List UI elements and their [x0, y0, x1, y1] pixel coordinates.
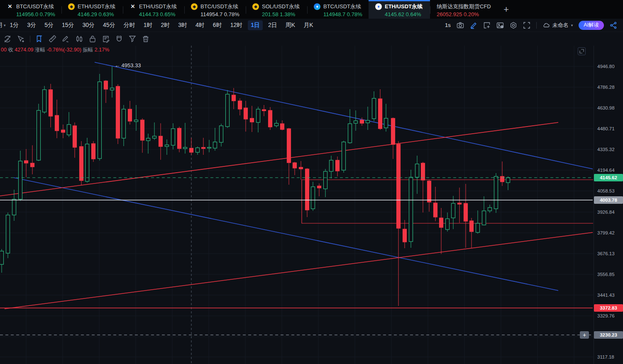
candle-body	[269, 110, 272, 127]
image-badge-icon[interactable]	[496, 22, 504, 29]
timeframe-30分[interactable]: 30分	[80, 20, 98, 30]
timeframe-menu[interactable]: 月 ▾	[0, 22, 6, 29]
candle-body	[110, 88, 114, 90]
tab-symbol-name: ETH/USDT永续	[385, 3, 423, 10]
timeframe-2时[interactable]: 2时	[158, 20, 173, 30]
add-symbol-tab-button[interactable]: +	[497, 0, 516, 19]
pencil-icon[interactable]	[470, 22, 477, 29]
pencil-wave-icon[interactable]	[62, 35, 70, 43]
timeframe-5分[interactable]: 5分	[42, 20, 56, 30]
candle-body	[501, 176, 504, 182]
lock-icon[interactable]	[88, 35, 97, 43]
tab-symbol-name: BTC/USDT永续	[200, 3, 238, 10]
symbol-tab-3[interactable]: ✕ETH/USDT永续4144.73 0.65%	[123, 0, 184, 19]
candle-body	[37, 110, 41, 160]
timeframe-分时[interactable]: 分时	[121, 20, 138, 30]
cycle-edit-icon[interactable]	[3, 35, 12, 43]
doc-edit-icon[interactable]	[102, 35, 110, 43]
candle-body	[348, 124, 352, 143]
ai-analysis-button[interactable]: AI解读	[579, 21, 604, 30]
price-tag-slate[interactable]: 3230.23	[594, 331, 623, 339]
ohlc-label: 涨幅	[34, 47, 47, 53]
ruler-icon[interactable]	[49, 35, 57, 43]
tab-symbol-name: ETH/USDT永续	[139, 3, 177, 10]
chevron-down-icon: ▾	[571, 23, 573, 27]
symbol-tab-6[interactable]: ♦BTC/USDT永续114948.7 0.78%	[307, 0, 369, 19]
axis-tick: 3329.76	[597, 313, 615, 318]
price-tag-red[interactable]: 3372.83	[594, 304, 623, 312]
symbol-tab-7[interactable]: ♦ETH/USDT永续4145.62 0.64%	[369, 0, 430, 19]
candle-body	[55, 115, 59, 131]
price-axis[interactable]: 4946.804786.284630.984480.714335.324194.…	[594, 46, 623, 364]
timeframe-list: 1分3分5分15分30分45分分时1时2时3时4时6时12时1日2日周K月K	[6, 20, 318, 30]
chart-canvas[interactable]	[0, 46, 594, 364]
funnel-icon[interactable]	[128, 35, 137, 43]
candle-body	[281, 124, 284, 129]
candle-body	[403, 229, 407, 242]
timeframe-45分[interactable]: 45分	[100, 20, 118, 30]
candle-body	[147, 138, 150, 141]
symbol-tab-1[interactable]: ✕BTC/USDT永续114956.0 0.79%	[0, 0, 61, 19]
price-tag-green[interactable]: 4145.62	[594, 174, 623, 181]
magnet-icon[interactable]	[115, 35, 123, 43]
tab-symbol-name: BTC/USDT永续	[323, 3, 361, 10]
candle-body	[330, 160, 333, 171]
candle-body	[409, 177, 413, 242]
candle-body	[98, 82, 102, 159]
ohlc-value: 4274.09	[15, 47, 33, 53]
share-icon[interactable]	[610, 22, 617, 29]
candle-body	[104, 81, 108, 89]
fullscreen-icon[interactable]	[523, 22, 530, 29]
timeframe-3时[interactable]: 3时	[175, 20, 190, 30]
realtime-interval-label[interactable]: 1s	[445, 22, 451, 28]
axis-tick: 4630.98	[597, 105, 615, 110]
timeframe-1日[interactable]: 1日	[248, 20, 263, 30]
frame-add-icon[interactable]	[483, 22, 491, 29]
axis-tick: 4058.53	[597, 188, 615, 193]
kline-icon[interactable]	[75, 35, 83, 43]
candle-body	[262, 110, 266, 111]
symbol-tab-2[interactable]: ◆ETH/USDT永续4146.29 0.63%	[61, 0, 123, 19]
tab-price: 114954.7 0.78%	[191, 11, 240, 17]
timeframe-4时[interactable]: 4时	[193, 20, 208, 30]
restore-pane-icon[interactable]	[578, 47, 586, 55]
timeframe-周K[interactable]: 周K	[283, 20, 298, 30]
timeframe-3分[interactable]: 3分	[24, 20, 39, 30]
candle-body	[208, 147, 211, 148]
candle-body	[244, 108, 248, 119]
trash-icon[interactable]	[142, 35, 150, 43]
red-trendline[interactable]	[0, 122, 558, 196]
candle-body	[226, 94, 230, 127]
symbol-tab-4[interactable]: ◆BTC/USDT永续114954.7 0.78%	[184, 0, 246, 19]
candle-body	[67, 125, 71, 135]
add-alert-button[interactable]: +	[580, 331, 589, 339]
tab-symbol-name: 纳斯达克指数期货CFD	[437, 3, 491, 10]
candle-body	[275, 123, 279, 126]
timeframe-2日[interactable]: 2日	[265, 20, 280, 30]
timeframe-6时[interactable]: 6时	[210, 20, 225, 30]
timeframe-月K[interactable]: 月K	[301, 20, 316, 30]
trading-app: ✕BTC/USDT永续114956.0 0.79%◆ETH/USDT永续4146…	[0, 0, 623, 364]
target-icon[interactable]	[510, 22, 517, 29]
binance-icon: ◆	[252, 3, 259, 10]
candle-body	[165, 145, 169, 147]
timeframe-1时[interactable]: 1时	[141, 20, 156, 30]
bookmark-icon[interactable]	[35, 35, 44, 43]
candlestick-chart[interactable]: 00 收 4274.09 涨幅 -0.76%(-32.90) 振幅 2.17% …	[0, 46, 594, 364]
tab-price: 201.58 1.38%	[252, 11, 301, 17]
symbol-tab-5[interactable]: ◆SOL/USDT永续201.58 1.38%	[246, 0, 307, 19]
candle-body	[171, 129, 175, 145]
camera-icon[interactable]	[457, 22, 464, 29]
workspace-selector[interactable]: 未命名 ▾	[542, 22, 573, 29]
price-tag-gray[interactable]: 4003.78	[594, 196, 623, 204]
candle-body	[202, 147, 205, 149]
timeframe-1分[interactable]: 1分	[7, 20, 22, 30]
candle-body	[31, 163, 34, 167]
red-trendline[interactable]	[5, 232, 593, 309]
timeframe-12时[interactable]: 12时	[227, 20, 246, 30]
candle-body	[116, 86, 120, 138]
symbol-tab-8[interactable]: 纳斯达克指数期货CFD26052.925 0.20%	[430, 0, 497, 19]
blue-trendline[interactable]	[14, 178, 558, 291]
cursor-star-icon[interactable]	[17, 35, 25, 43]
timeframe-15分[interactable]: 15分	[59, 20, 77, 30]
